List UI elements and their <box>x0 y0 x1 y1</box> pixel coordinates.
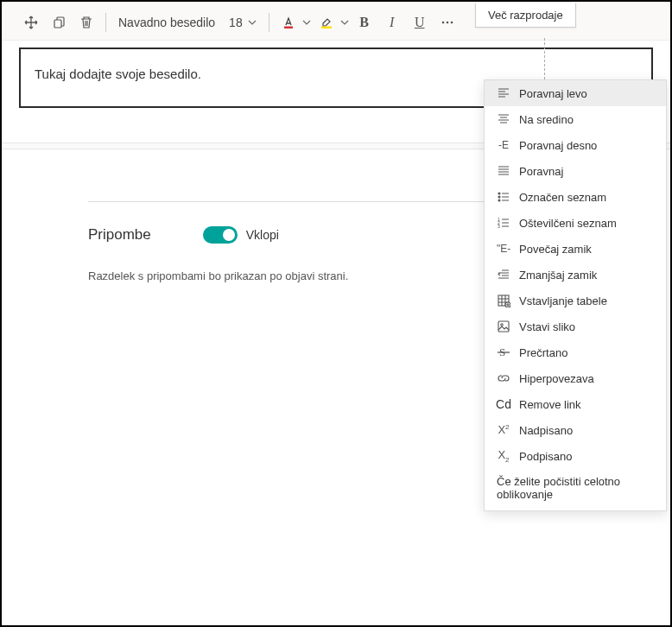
svg-rect-2 <box>321 27 332 29</box>
menu-item-super[interactable]: X2Nadpisano <box>485 417 666 443</box>
svg-rect-1 <box>284 27 293 29</box>
svg-point-3 <box>441 22 444 24</box>
text-style-select[interactable]: Navadno besedilo <box>113 14 220 31</box>
menu-item-strike[interactable]: SPrečrtano <box>485 339 666 365</box>
chevron-down-icon <box>340 20 349 25</box>
image-icon <box>497 320 510 333</box>
copy-icon <box>52 16 66 29</box>
menu-item-indent-e[interactable]: "E-Povečaj zamik <box>485 236 666 262</box>
menu-item-align-justify[interactable]: Poravnaj <box>485 158 666 184</box>
menu-item-number[interactable]: 123Oštevilčeni seznam <box>485 210 666 236</box>
toggle-label: Vklopi <box>246 228 279 242</box>
menu-item-label: Poravnaj desno <box>519 139 597 152</box>
ellipsis-icon <box>441 16 454 29</box>
font-size-select[interactable]: 18 <box>224 14 262 31</box>
toggle-knob <box>223 229 235 241</box>
bullet-icon <box>497 190 510 204</box>
underline-button[interactable]: U <box>408 10 432 35</box>
menu-item-label: Vstavi sliko <box>519 320 575 333</box>
more-tooltip: Več razprodaje <box>475 3 576 28</box>
menu-item-bullet[interactable]: Označen seznam <box>485 184 666 210</box>
highlight-color-button[interactable] <box>314 10 349 35</box>
font-color-icon <box>282 16 295 29</box>
delete-button[interactable] <box>74 10 98 35</box>
separator <box>269 13 269 32</box>
menu-item-label: Poravnaj <box>519 165 563 178</box>
svg-rect-14 <box>498 321 509 332</box>
menu-item-label: Podpisano <box>519 450 572 463</box>
trash-icon <box>79 16 93 29</box>
chevron-down-icon <box>248 20 257 25</box>
outdent-icon <box>497 268 510 282</box>
menu-item-label: Zmanjšaj zamik <box>519 269 597 282</box>
menu-item-align-center[interactable]: Na sredino <box>485 106 666 132</box>
unlink-icon: Cd <box>497 397 510 411</box>
table-icon <box>497 294 510 307</box>
align-justify-icon <box>497 164 510 178</box>
svg-point-15 <box>501 324 503 326</box>
more-options-button[interactable] <box>435 10 460 35</box>
number-icon: 123 <box>497 216 510 230</box>
sub-icon: X2 <box>497 449 510 463</box>
text-style-label: Navadno besedilo <box>118 16 215 29</box>
menu-item-link[interactable]: Hiperpovezava <box>485 365 666 391</box>
menu-item-sub[interactable]: X2Podpisano <box>485 443 666 469</box>
svg-point-7 <box>498 196 500 198</box>
menu-item-align-left[interactable]: Poravnaj levo <box>485 80 666 106</box>
menu-item-unlink[interactable]: CdRemove link <box>485 391 666 417</box>
super-icon: X2 <box>497 423 510 437</box>
svg-rect-0 <box>54 20 61 28</box>
more-options-menu: Poravnaj levoNa sredino-EPoravnaj desnoP… <box>484 79 667 511</box>
move-icon <box>24 16 38 29</box>
svg-point-8 <box>498 200 500 201</box>
svg-point-4 <box>446 22 448 24</box>
menu-item-label: Nadpisano <box>519 424 573 437</box>
separator <box>105 13 106 32</box>
menu-item-label: Remove link <box>519 398 581 411</box>
svg-text:3: 3 <box>498 224 500 229</box>
svg-point-6 <box>498 193 500 194</box>
menu-item-label: Hiperpovezava <box>519 372 594 385</box>
menu-item-align-right-e[interactable]: -EPoravnaj desno <box>485 132 666 158</box>
indent-e-icon: "E- <box>497 242 510 256</box>
italic-button[interactable]: I <box>380 10 404 35</box>
chevron-down-icon <box>302 20 311 25</box>
menu-item-label: Označen seznam <box>519 191 606 204</box>
move-button[interactable] <box>19 10 43 35</box>
font-size-label: 18 <box>229 16 243 29</box>
column-guide <box>544 38 545 79</box>
comments-title: Pripombe <box>88 226 151 244</box>
svg-point-5 <box>450 22 453 24</box>
highlight-icon <box>320 16 333 29</box>
menu-item-label: Oštevilčeni seznam <box>519 217 617 230</box>
link-icon <box>497 371 510 385</box>
font-color-button[interactable] <box>276 10 311 35</box>
strike-icon: S <box>497 345 510 359</box>
comments-toggle[interactable] <box>203 226 238 244</box>
menu-item-label: Poravnaj levo <box>519 87 587 100</box>
align-right-e-icon: -E <box>497 138 510 152</box>
align-left-icon <box>497 86 510 100</box>
align-center-icon <box>497 112 510 126</box>
bold-button[interactable]: B <box>352 10 377 35</box>
menu-item-label: Če želite počistiti celotno oblikovanje <box>497 475 654 501</box>
menu-item-clear[interactable]: Če želite počistiti celotno oblikovanje <box>485 469 666 507</box>
menu-item-label: Prečrtano <box>519 346 567 359</box>
menu-item-label: Povečaj zamik <box>519 243 592 256</box>
duplicate-button[interactable] <box>47 10 71 35</box>
menu-item-outdent[interactable]: Zmanjšaj zamik <box>485 262 666 288</box>
menu-item-label: Vstavljanje tabele <box>519 294 607 307</box>
menu-item-table[interactable]: Vstavljanje tabele <box>485 288 666 314</box>
menu-item-image[interactable]: Vstavi sliko <box>485 314 666 339</box>
menu-item-label: Na sredino <box>519 113 574 126</box>
